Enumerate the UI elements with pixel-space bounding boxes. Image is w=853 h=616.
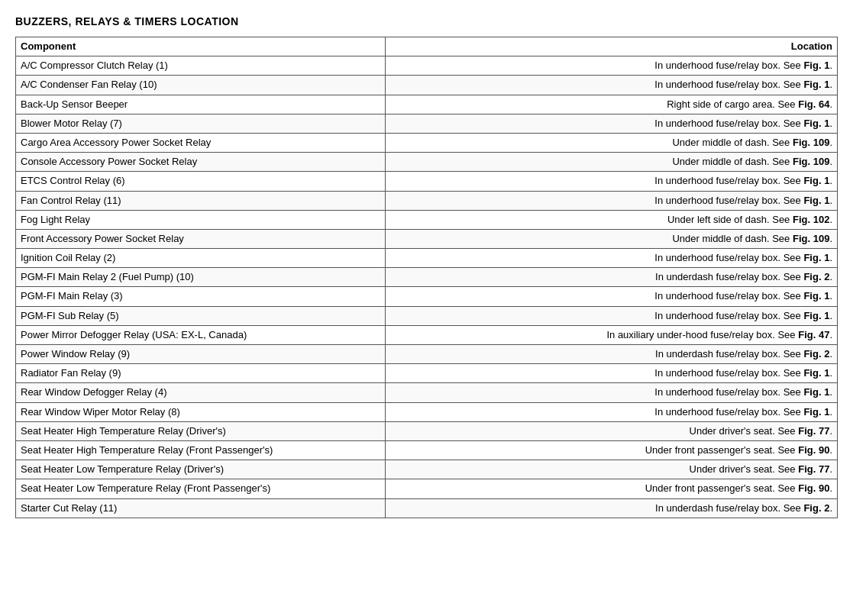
period: . (829, 233, 832, 244)
cell-component: ETCS Control Relay (6) (16, 172, 386, 191)
period: . (829, 406, 832, 418)
figure-reference: Fig. 2 (803, 348, 829, 360)
figure-reference: Fig. 1 (803, 386, 829, 398)
table-row: Blower Motor Relay (7)In underhood fuse/… (16, 114, 838, 133)
period: . (829, 195, 832, 206)
figure-reference: Fig. 1 (803, 406, 829, 418)
table-row: Cargo Area Accessory Power Socket RelayU… (16, 133, 838, 152)
table-row: Rear Window Wiper Motor Relay (8)In unde… (16, 402, 838, 421)
cell-component: Console Accessory Power Socket Relay (16, 153, 386, 172)
table-row: Starter Cut Relay (11)In underdash fuse/… (16, 498, 838, 518)
table-row: Front Accessory Power Socket RelayUnder … (16, 229, 838, 248)
cell-location: Under middle of dash. See Fig. 109. (386, 153, 838, 172)
location-text: Right side of cargo area. See (667, 98, 798, 110)
figure-reference: Fig. 77 (798, 463, 829, 475)
cell-component: A/C Condenser Fan Relay (10) (16, 76, 386, 95)
location-text: Under front passenger's seat. See (645, 482, 798, 494)
cell-location: In underhood fuse/relay box. See Fig. 1. (386, 402, 838, 421)
location-text: In underhood fuse/relay box. See (654, 195, 803, 206)
page-title: BUZZERS, RELAYS & TIMERS LOCATION (15, 15, 838, 27)
period: . (829, 79, 832, 90)
figure-reference: Fig. 1 (803, 60, 829, 71)
location-text: Under driver's seat. See (690, 425, 799, 437)
figure-reference: Fig. 109 (793, 137, 829, 148)
table-row: Radiator Fan Relay (9)In underhood fuse/… (16, 364, 838, 383)
figure-reference: Fig. 2 (803, 271, 829, 282)
table-row: Fog Light RelayUnder left side of dash. … (16, 210, 838, 229)
figure-reference: Fig. 102 (793, 214, 829, 225)
location-text: Under middle of dash. See (672, 233, 793, 244)
location-text: In underdash fuse/relay box. See (655, 271, 803, 282)
cell-location: In underhood fuse/relay box. See Fig. 1. (386, 306, 838, 325)
table-row: Seat Heater Low Temperature Relay (Front… (16, 479, 838, 498)
period: . (829, 271, 832, 282)
cell-component: Back-Up Sensor Beeper (16, 95, 386, 114)
cell-component: Ignition Coil Relay (2) (16, 249, 386, 268)
period: . (829, 290, 832, 302)
cell-component: PGM-FI Main Relay 2 (Fuel Pump) (10) (16, 268, 386, 287)
table-row: Console Accessory Power Socket RelayUnde… (16, 153, 838, 172)
cell-location: Under front passenger's seat. See Fig. 9… (386, 479, 838, 498)
location-text: In underhood fuse/relay box. See (654, 175, 803, 186)
figure-reference: Fig. 1 (803, 195, 829, 206)
figure-reference: Fig. 1 (803, 118, 829, 129)
cell-location: In underdash fuse/relay box. See Fig. 2. (386, 345, 838, 364)
table-row: PGM-FI Main Relay (3)In underhood fuse/r… (16, 287, 838, 306)
table-row: PGM-FI Sub Relay (5)In underhood fuse/re… (16, 306, 838, 325)
cell-location: In underdash fuse/relay box. See Fig. 2. (386, 498, 838, 518)
location-text: Under middle of dash. See (672, 137, 793, 148)
cell-component: Seat Heater High Temperature Relay (Driv… (16, 421, 386, 440)
cell-component: Power Window Relay (9) (16, 345, 386, 364)
cell-component: Front Accessory Power Socket Relay (16, 229, 386, 248)
table-row: Seat Heater Low Temperature Relay (Drive… (16, 460, 838, 479)
cell-location: In underhood fuse/relay box. See Fig. 1. (386, 383, 838, 402)
cell-component: Fan Control Relay (11) (16, 191, 386, 210)
cell-location: Under driver's seat. See Fig. 77. (386, 421, 838, 440)
period: . (829, 310, 832, 321)
cell-location: In underdash fuse/relay box. See Fig. 2. (386, 268, 838, 287)
period: . (829, 348, 832, 360)
cell-location: Under left side of dash. See Fig. 102. (386, 210, 838, 229)
header-location: Location (386, 37, 838, 56)
table-row: Fan Control Relay (11)In underhood fuse/… (16, 191, 838, 210)
period: . (829, 502, 832, 514)
location-text: Under left side of dash. See (667, 214, 793, 225)
table-row: Power Window Relay (9)In underdash fuse/… (16, 345, 838, 364)
location-text: In underhood fuse/relay box. See (654, 60, 803, 71)
period: . (829, 214, 832, 225)
period: . (829, 444, 832, 456)
cell-location: In underhood fuse/relay box. See Fig. 1. (386, 114, 838, 133)
cell-component: Seat Heater High Temperature Relay (Fron… (16, 440, 386, 460)
components-table: Component Location A/C Compressor Clutch… (15, 37, 838, 518)
period: . (829, 386, 832, 398)
cell-location: In underhood fuse/relay box. See Fig. 1. (386, 76, 838, 95)
figure-reference: Fig. 64 (798, 98, 829, 110)
location-text: In underhood fuse/relay box. See (654, 386, 803, 398)
period: . (829, 367, 832, 379)
cell-component: A/C Compressor Clutch Relay (1) (16, 56, 386, 76)
header-component: Component (16, 37, 386, 56)
period: . (829, 252, 832, 263)
location-text: In underhood fuse/relay box. See (654, 406, 803, 418)
location-text: In underhood fuse/relay box. See (654, 118, 803, 129)
cell-location: Right side of cargo area. See Fig. 64. (386, 95, 838, 114)
location-text: In underhood fuse/relay box. See (654, 79, 803, 90)
table-row: ETCS Control Relay (6)In underhood fuse/… (16, 172, 838, 191)
table-row: PGM-FI Main Relay 2 (Fuel Pump) (10)In u… (16, 268, 838, 287)
table-row: Seat Heater High Temperature Relay (Fron… (16, 440, 838, 460)
table-row: Ignition Coil Relay (2)In underhood fuse… (16, 249, 838, 268)
cell-location: In auxiliary under-hood fuse/relay box. … (386, 325, 838, 344)
figure-reference: Fig. 90 (798, 482, 829, 494)
table-row: Rear Window Defogger Relay (4)In underho… (16, 383, 838, 402)
period: . (829, 137, 832, 148)
cell-component: PGM-FI Sub Relay (5) (16, 306, 386, 325)
cell-component: Seat Heater Low Temperature Relay (Front… (16, 479, 386, 498)
table-row: Back-Up Sensor BeeperRight side of cargo… (16, 95, 838, 114)
cell-component: Radiator Fan Relay (9) (16, 364, 386, 383)
figure-reference: Fig. 77 (798, 425, 829, 437)
cell-location: In underhood fuse/relay box. See Fig. 1. (386, 172, 838, 191)
period: . (829, 329, 832, 340)
cell-location: Under middle of dash. See Fig. 109. (386, 133, 838, 152)
cell-location: In underhood fuse/relay box. See Fig. 1. (386, 287, 838, 306)
cell-location: In underhood fuse/relay box. See Fig. 1. (386, 56, 838, 76)
